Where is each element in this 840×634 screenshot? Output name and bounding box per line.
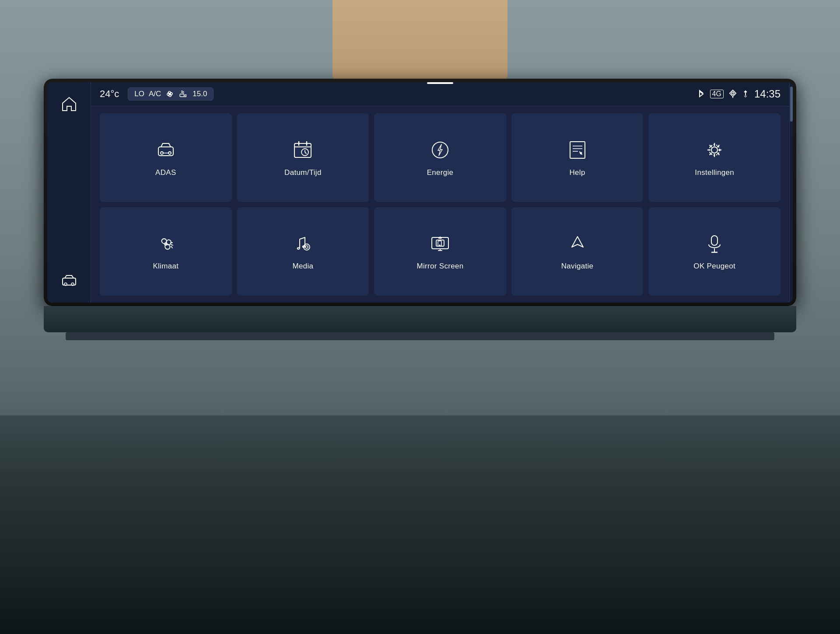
dashboard-lower: [44, 306, 796, 332]
climate-value: 15.0: [192, 90, 207, 98]
grid-row-2: Klimaat: [100, 207, 780, 296]
climate-control-display[interactable]: LO A/C: [128, 87, 214, 101]
fan-icon: [165, 90, 174, 98]
navigatie-icon: [565, 232, 589, 256]
ac-label: A/C: [149, 90, 161, 98]
instellingen-label: Instellingen: [695, 168, 734, 177]
svg-point-3: [169, 93, 171, 94]
klimaat-icon: [154, 232, 178, 256]
status-bar: 24°c LO A/C: [91, 82, 789, 106]
svg-rect-4: [180, 94, 184, 97]
tile-adas[interactable]: ADAS: [100, 113, 232, 202]
tile-datum-tijd[interactable]: Datum/Tijd: [237, 113, 369, 202]
app-grid: ADAS: [91, 106, 789, 303]
headrest: [332, 0, 508, 87]
tile-media[interactable]: Media: [237, 207, 369, 296]
tile-instellingen[interactable]: Instellingen: [648, 113, 780, 202]
seat-heat-icon: [178, 90, 188, 98]
svg-rect-12: [570, 142, 585, 158]
tile-klimaat[interactable]: Klimaat: [100, 207, 232, 296]
center-console: [0, 415, 840, 634]
energie-icon: [428, 138, 452, 162]
grid-row-1: ADAS: [100, 113, 780, 202]
signal-4g-icon: 4G: [710, 90, 724, 98]
svg-rect-23: [711, 236, 718, 245]
bluetooth-icon: [698, 89, 705, 99]
gps-icon: [729, 89, 737, 99]
ok-peugeot-icon: [703, 232, 727, 256]
tile-mirror-screen[interactable]: Mirror Screen: [374, 207, 506, 296]
help-icon: [565, 138, 589, 162]
data-icon: [742, 89, 749, 99]
dashboard-bezel: 24°c LO A/C: [44, 79, 796, 306]
mirror-screen-icon: [428, 232, 452, 256]
svg-point-7: [161, 152, 163, 154]
svg-point-14: [711, 147, 718, 153]
tile-ok-peugeot[interactable]: OK Peugeot: [648, 207, 780, 296]
mirror-screen-label: Mirror Screen: [417, 262, 464, 271]
adas-label: ADAS: [155, 168, 176, 177]
sidebar: [47, 82, 91, 303]
vent-strip: [66, 332, 774, 340]
svg-rect-6: [158, 147, 173, 156]
svg-point-8: [168, 152, 171, 154]
svg-point-22: [439, 245, 440, 246]
media-icon: [291, 232, 315, 256]
media-label: Media: [292, 262, 313, 271]
status-right: 4G 14:35: [698, 88, 780, 100]
car-context: 24°c LO A/C: [0, 0, 840, 634]
navigatie-label: Navigatie: [561, 262, 594, 271]
svg-point-18: [305, 246, 308, 248]
klimaat-label: Klimaat: [153, 262, 178, 271]
home-button[interactable]: [56, 91, 82, 117]
infotainment-screen: 24°c LO A/C: [47, 82, 793, 303]
car-status-button[interactable]: [56, 268, 82, 294]
time-display: 14:35: [754, 88, 780, 100]
scrollbar[interactable]: [789, 82, 793, 303]
main-content: 24°c LO A/C: [91, 82, 789, 303]
ok-peugeot-label: OK Peugeot: [693, 262, 735, 271]
datum-tijd-icon: [291, 138, 315, 162]
temperature-display: 24°c: [100, 88, 119, 100]
tile-help[interactable]: Help: [511, 113, 644, 202]
scrollbar-thumb: [790, 87, 793, 122]
tile-energie[interactable]: Energie: [374, 113, 506, 202]
help-label: Help: [569, 168, 585, 177]
tile-navigatie[interactable]: Navigatie: [511, 207, 644, 296]
climate-mode-label: LO: [134, 90, 144, 98]
svg-point-5: [732, 92, 734, 94]
datum-tijd-label: Datum/Tijd: [284, 168, 322, 177]
instellingen-icon: [703, 138, 727, 162]
svg-point-11: [432, 142, 448, 158]
energie-label: Energie: [427, 168, 454, 177]
adas-icon: [154, 138, 178, 162]
page-indicator: [427, 82, 453, 84]
